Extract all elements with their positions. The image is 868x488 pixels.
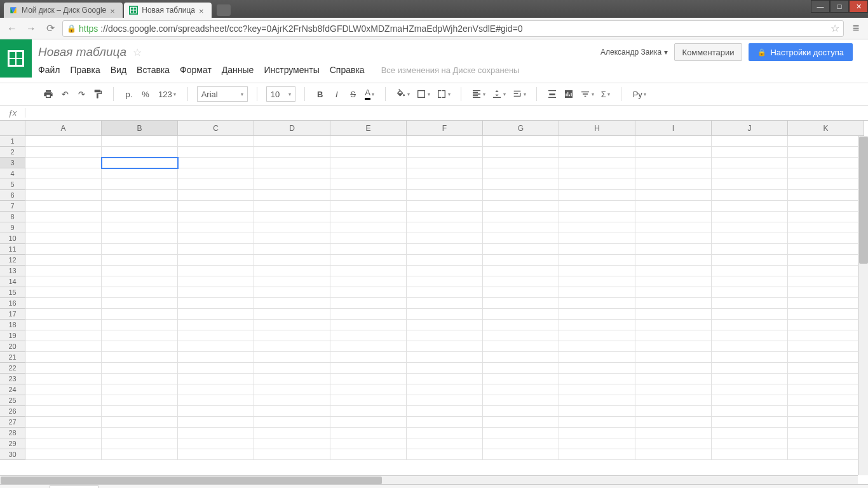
cell[interactable] bbox=[635, 449, 712, 460]
cell[interactable] bbox=[330, 168, 407, 179]
cell[interactable] bbox=[635, 395, 712, 406]
cell[interactable] bbox=[788, 395, 864, 406]
cell[interactable] bbox=[712, 201, 788, 212]
row-header[interactable]: 26 bbox=[0, 406, 25, 417]
cell[interactable] bbox=[407, 417, 483, 428]
back-button[interactable]: ← bbox=[5, 22, 19, 36]
cell[interactable] bbox=[407, 330, 483, 341]
cell[interactable] bbox=[483, 428, 559, 438]
cell[interactable] bbox=[483, 212, 559, 222]
cell[interactable] bbox=[635, 363, 712, 374]
cell[interactable] bbox=[483, 168, 559, 179]
cell[interactable] bbox=[407, 438, 483, 449]
cell[interactable] bbox=[254, 255, 330, 266]
insert-link-button[interactable] bbox=[546, 87, 559, 101]
star-document-icon[interactable]: ☆ bbox=[133, 46, 142, 58]
cell[interactable] bbox=[178, 384, 254, 395]
cell[interactable] bbox=[330, 158, 407, 168]
percent-button[interactable]: % bbox=[139, 87, 152, 101]
column-header[interactable]: B bbox=[102, 121, 178, 136]
cell[interactable] bbox=[483, 201, 559, 212]
cell[interactable] bbox=[712, 276, 788, 287]
cell[interactable] bbox=[635, 168, 712, 179]
cell[interactable] bbox=[559, 406, 635, 417]
cell[interactable] bbox=[712, 287, 788, 298]
cell[interactable] bbox=[712, 190, 788, 201]
row-header[interactable]: 20 bbox=[0, 341, 25, 352]
cell[interactable] bbox=[330, 222, 407, 233]
cell[interactable] bbox=[788, 384, 864, 395]
cell[interactable] bbox=[788, 374, 864, 384]
cell[interactable] bbox=[559, 222, 635, 233]
text-color-button[interactable]: A▾ bbox=[363, 87, 376, 101]
cell[interactable] bbox=[330, 179, 407, 190]
row-header[interactable]: 1 bbox=[0, 136, 25, 147]
cell[interactable] bbox=[330, 352, 407, 363]
cell[interactable] bbox=[102, 147, 178, 158]
cell[interactable] bbox=[102, 309, 178, 320]
cell[interactable] bbox=[559, 179, 635, 190]
cell[interactable] bbox=[559, 168, 635, 179]
cell[interactable] bbox=[102, 320, 178, 330]
cell[interactable] bbox=[178, 406, 254, 417]
cell[interactable] bbox=[178, 374, 254, 384]
select-all-corner[interactable] bbox=[0, 121, 25, 136]
row-header[interactable]: 6 bbox=[0, 190, 25, 201]
cell[interactable] bbox=[559, 201, 635, 212]
cell[interactable] bbox=[788, 222, 864, 233]
document-title[interactable]: Новая таблица bbox=[38, 45, 126, 59]
cell[interactable] bbox=[25, 417, 102, 428]
cell[interactable] bbox=[178, 222, 254, 233]
cell[interactable] bbox=[559, 363, 635, 374]
cell[interactable] bbox=[712, 330, 788, 341]
cell[interactable] bbox=[178, 147, 254, 158]
cell[interactable] bbox=[25, 395, 102, 406]
cell[interactable] bbox=[559, 266, 635, 276]
cell[interactable] bbox=[254, 428, 330, 438]
cell[interactable] bbox=[559, 352, 635, 363]
cell[interactable] bbox=[407, 276, 483, 287]
cell[interactable] bbox=[25, 287, 102, 298]
cell[interactable] bbox=[635, 266, 712, 276]
cell[interactable] bbox=[178, 233, 254, 244]
cell[interactable] bbox=[788, 201, 864, 212]
cell[interactable] bbox=[788, 417, 864, 428]
cell[interactable] bbox=[559, 384, 635, 395]
cell[interactable] bbox=[25, 255, 102, 266]
cell[interactable] bbox=[788, 136, 864, 147]
cell[interactable] bbox=[635, 417, 712, 428]
cell[interactable] bbox=[483, 341, 559, 352]
menu-format[interactable]: Формат bbox=[180, 65, 212, 75]
row-header[interactable]: 16 bbox=[0, 298, 25, 309]
cell[interactable] bbox=[407, 320, 483, 330]
url-input[interactable]: 🔒 https://docs.google.com/spreadsheet/cc… bbox=[62, 20, 844, 37]
cell[interactable] bbox=[635, 147, 712, 158]
cell[interactable] bbox=[559, 233, 635, 244]
functions-button[interactable]: Σ▾ bbox=[599, 87, 612, 101]
cell[interactable] bbox=[788, 287, 864, 298]
cell[interactable] bbox=[635, 374, 712, 384]
cell[interactable] bbox=[102, 190, 178, 201]
cell[interactable] bbox=[25, 384, 102, 395]
cell[interactable] bbox=[712, 341, 788, 352]
cell[interactable] bbox=[559, 417, 635, 428]
cell[interactable] bbox=[407, 244, 483, 255]
cell[interactable] bbox=[407, 168, 483, 179]
cell[interactable] bbox=[712, 266, 788, 276]
cell[interactable] bbox=[788, 428, 864, 438]
cell[interactable] bbox=[102, 341, 178, 352]
cell[interactable] bbox=[102, 201, 178, 212]
cell[interactable] bbox=[254, 417, 330, 428]
menu-file[interactable]: Файл bbox=[38, 65, 60, 75]
column-header[interactable]: G bbox=[483, 121, 559, 136]
cell[interactable] bbox=[254, 374, 330, 384]
cell[interactable] bbox=[788, 330, 864, 341]
cell[interactable] bbox=[559, 320, 635, 330]
menu-data[interactable]: Данные bbox=[222, 65, 254, 75]
cell[interactable] bbox=[788, 320, 864, 330]
cell[interactable] bbox=[330, 190, 407, 201]
cell[interactable] bbox=[102, 406, 178, 417]
cell[interactable] bbox=[102, 287, 178, 298]
cell[interactable] bbox=[559, 374, 635, 384]
cell[interactable] bbox=[102, 352, 178, 363]
